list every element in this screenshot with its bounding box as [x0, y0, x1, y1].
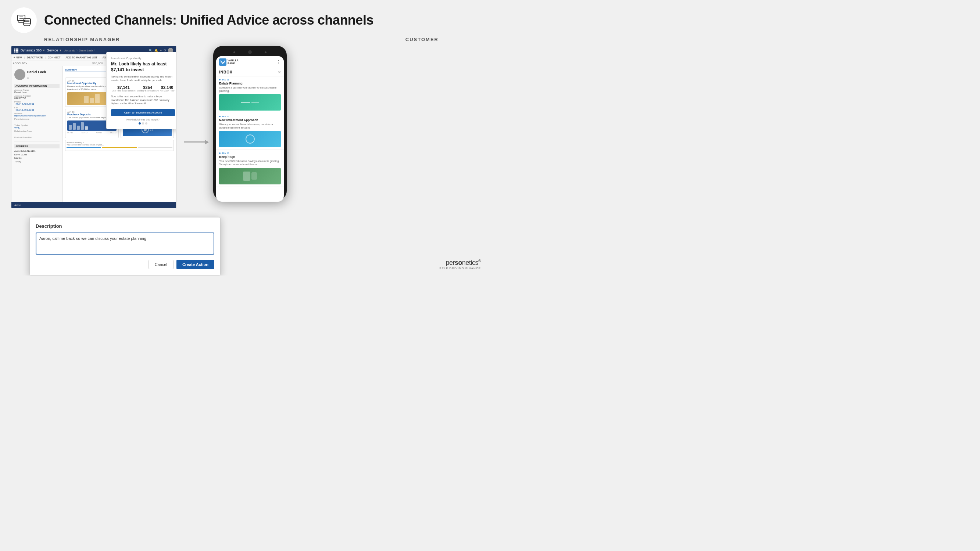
- chart-label-nov: NOV12: [96, 132, 102, 134]
- field-website: Website http://www.wideworldimportars.co…: [14, 113, 60, 117]
- stat-monthly: $254 Monthly Score amount: [137, 85, 159, 92]
- page-header: Connected Channels: Unified Advice acros…: [0, 0, 490, 37]
- field-value-acct-num: 84K8JYGP: [14, 97, 60, 100]
- field-product-price: Product Price List: [14, 136, 60, 141]
- unread-dot-2: [219, 116, 221, 117]
- create-action-button[interactable]: Create Action: [177, 260, 214, 269]
- message-1-date: JAN 03: [219, 79, 281, 81]
- field-value-fax: +90-211-091-1234: [14, 109, 60, 111]
- popup-body-text: Now is the most secure time to make a la…: [111, 95, 175, 105]
- message-estate-planning[interactable]: JAN 03 Estate Planning Schedule a call w…: [216, 76, 284, 113]
- open-investment-button[interactable]: Open an Investment Account: [111, 109, 175, 116]
- message-investment[interactable]: JAN 03 New Investment Approach Given you…: [216, 113, 284, 150]
- address-value: Aydin Sokak No:1101Lorimi 21245IstanbulT…: [14, 149, 60, 164]
- field-value-ticker: WPK: [14, 126, 60, 129]
- stat-one-time: $7,141 One-Time Scale amount: [112, 85, 136, 92]
- toolbar-deactivate[interactable]: DEACTIVATE: [27, 56, 43, 59]
- phone-menu-dots[interactable]: ⋮: [276, 59, 281, 65]
- breadcrumb-contact: Daniel Loeb: [79, 49, 92, 52]
- message-2-date-text: JAN 03: [222, 115, 229, 118]
- phone-container: VANILLABANK ⋮ INBOX ✕ JAN 03: [213, 46, 287, 208]
- bank-name-text: VANILLABANK: [228, 59, 239, 65]
- message-3-date: JAN 03: [219, 152, 281, 154]
- cancel-button[interactable]: Cancel: [148, 260, 173, 269]
- inbox-label: INBOX: [219, 70, 233, 74]
- popup-stats: $7,141 One-Time Scale amount $254 Monthl…: [111, 85, 175, 92]
- toolbar-marketing[interactable]: ADD TO MARKETING LIST: [65, 56, 97, 59]
- contact-avatar: [14, 69, 25, 80]
- unread-dot-3: [219, 152, 221, 154]
- tab-indicator-3: [138, 147, 172, 148]
- page-title: Connected Channels: Unified Advice acros…: [44, 13, 374, 28]
- description-textarea[interactable]: Aaron, call me back so we can discuss yo…: [36, 232, 214, 254]
- field-rel-type: Relationship Type: [14, 130, 60, 135]
- field-value-price-list: [14, 138, 60, 141]
- message-2-image: [219, 131, 281, 147]
- address-section: ADDRESS: [14, 144, 60, 148]
- service-module[interactable]: Service: [47, 49, 58, 52]
- popup-pagination: [111, 122, 175, 124]
- svg-rect-0: [18, 15, 25, 21]
- account-amount: $30,000: [92, 62, 103, 65]
- chart-label-oct: OCT12: [82, 132, 88, 134]
- account-info-section: ACCOUNT INFORMATION: [14, 84, 60, 88]
- connected-channels-icon: [16, 12, 32, 29]
- message-1-date-text: JAN 03: [222, 79, 229, 81]
- inbox-bar: INBOX ✕: [216, 68, 284, 76]
- arrow-section: [184, 46, 206, 208]
- investment-popup: Investment Opportunity Mr. Loeb likely h…: [106, 52, 177, 129]
- field-value-phone[interactable]: +90-211-001-1234: [14, 103, 60, 105]
- svg-marker-3: [18, 21, 25, 22]
- field-value-parent: [14, 120, 60, 123]
- message-3-desc: Your new 529 Education Savings account i…: [219, 159, 281, 166]
- stat-1-value: $7,141: [112, 85, 136, 90]
- message-savings[interactable]: JAN 03 Keep it up! Your new 529 Educatio…: [216, 150, 284, 187]
- field-ticker: Ticker Symbol WPK: [14, 124, 60, 129]
- field-value-website[interactable]: http://www.wideworldimportars.com: [14, 114, 60, 117]
- personetics-tagline: SELF DRIVING FINANCE: [439, 267, 481, 270]
- phone-camera: [248, 50, 252, 54]
- direction-arrow: [184, 141, 206, 143]
- message-2-date: JAN 03: [219, 115, 281, 118]
- svg-marker-7: [23, 24, 30, 26]
- stat-2-value: $254: [137, 85, 159, 90]
- message-3-title: Keep it up!: [219, 155, 281, 159]
- status-text: Active: [14, 204, 21, 206]
- inbox-close-button[interactable]: ✕: [278, 70, 281, 74]
- message-3-date-text: JAN 03: [222, 152, 229, 154]
- toolbar-new[interactable]: + NEW: [14, 56, 22, 59]
- message-2-desc: Given your recent financial success, con…: [219, 123, 281, 129]
- message-1-image: [219, 94, 281, 111]
- contact-name: Daniel Loeb: [27, 70, 46, 74]
- description-dialog: Description Aaron, call me back so we ca…: [29, 217, 221, 275]
- field-fax: Fax +90-211-091-1234: [14, 106, 60, 111]
- field-account-number: Account Number 84K8JYGP: [14, 95, 60, 100]
- popup-title-main: Mr. Loeb likely has at least $7,141 to i…: [111, 61, 175, 73]
- field-phone: Phone +90-211-001-1234: [14, 101, 60, 105]
- dialog-title: Description: [36, 223, 214, 229]
- phone-notch: [216, 50, 284, 54]
- phone-sensor: [265, 51, 267, 53]
- stat-3-value: $2,140: [160, 85, 174, 90]
- unread-dot-1: [219, 79, 221, 81]
- tab-indicator-2: [102, 147, 137, 148]
- phone-message-list: JAN 03 Estate Planning Schedule a call w…: [216, 76, 284, 200]
- popup-description: Taking into consideration expected activ…: [111, 75, 175, 82]
- field-parent-account: Parent Account: [14, 118, 60, 123]
- toolbar-connect[interactable]: CONNECT: [48, 56, 60, 59]
- message-3-image: [219, 168, 281, 184]
- account-label: ACCOUNT ▴: [13, 62, 27, 65]
- tab-indicator-1: [67, 147, 101, 148]
- mobile-phone: VANILLABANK ⋮ INBOX ✕ JAN 03: [213, 46, 287, 200]
- dot-3: [145, 122, 147, 124]
- section-labels: RELATIONSHIP MANAGER CUSTOMER: [0, 37, 490, 46]
- popup-title-small: Investment Opportunity: [111, 57, 175, 60]
- activity-tabs: [67, 147, 172, 148]
- rm-label: RELATIONSHIP MANAGER: [44, 37, 120, 42]
- chart-label-sep: SEP12: [67, 132, 73, 134]
- personetics-brand-text: personetics®: [439, 259, 481, 267]
- message-1-title: Estate Planning: [219, 81, 281, 85]
- bank-logo: VANILLABANK: [219, 59, 239, 66]
- chart-label-dec: DEC12: [110, 132, 116, 134]
- stat-1-label: One-Time Scale amount: [112, 90, 136, 92]
